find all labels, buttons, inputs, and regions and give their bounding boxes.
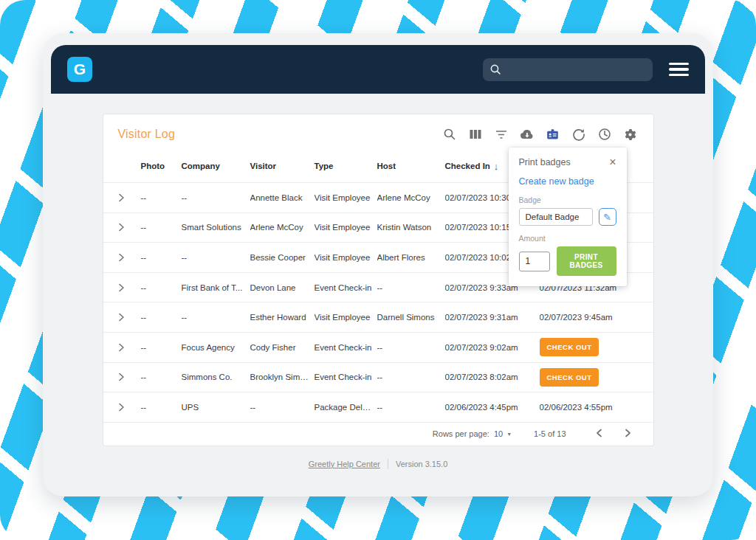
cell-checked-in: 02/06/2023 4:45pm xyxy=(445,403,540,412)
cell-company: Smart Solutions xyxy=(182,223,250,232)
table-toolbar xyxy=(441,126,639,142)
cell-photo: -- xyxy=(141,283,182,292)
table-row: -- UPS -- Package Delivery -- 02/06/2023… xyxy=(103,392,653,422)
cell-type: Event Check-in xyxy=(315,343,377,352)
cell-type: Visit Employee xyxy=(315,313,377,322)
cell-visitor: Brooklyn Simmons xyxy=(250,373,315,381)
edit-badge-button[interactable]: ✎ xyxy=(599,208,616,226)
cell-host: Darnell Simons xyxy=(377,313,445,322)
expand-row-button[interactable] xyxy=(118,373,141,381)
cell-type: Visit Employee xyxy=(315,223,377,232)
main-content: Visitor Log PhotoCompanyVisitorTypeHostC… xyxy=(43,94,713,469)
expand-row-button[interactable] xyxy=(118,283,141,292)
cell-photo: -- xyxy=(141,253,182,262)
cloud-download-icon[interactable] xyxy=(519,126,535,142)
cell-visitor: Devon Lane xyxy=(250,283,315,292)
pagination-range: 1-5 of 13 xyxy=(534,429,566,438)
cell-photo: -- xyxy=(141,313,182,322)
next-page-button[interactable] xyxy=(616,426,640,443)
print-badges-button[interactable]: PRINT BADGES xyxy=(557,246,616,276)
sort-descending-icon: ↓ xyxy=(494,161,499,172)
cell-type: Visit Employee xyxy=(315,253,377,262)
pagination-bar: Rows per page: 10 ▼ 1-5 of 13 xyxy=(103,422,653,446)
cell-company: Simmons Co. xyxy=(182,373,250,381)
refresh-icon[interactable] xyxy=(571,126,587,142)
app-window: G Visitor Log PhotoCompanyVisitorTypeHos… xyxy=(43,33,713,496)
cell-type: Visit Employee xyxy=(315,193,377,202)
print-badges-popup: Print badges × Create new badge Badge De… xyxy=(509,148,627,286)
expand-row-button[interactable] xyxy=(118,403,141,412)
print-badge-icon[interactable] xyxy=(545,126,561,142)
page-footer: Greetly Help Center Version 3.15.0 xyxy=(43,459,713,469)
cell-company: First Bank of T... xyxy=(182,283,250,292)
version-label: Version 3.15.0 xyxy=(396,460,447,468)
cell-checked-in: 02/07/2023 8:02am xyxy=(445,373,540,381)
cell-company: Focus Agency xyxy=(182,343,250,352)
cell-host: Arlene McCoy xyxy=(377,193,445,202)
cell-visitor: Annette Black xyxy=(250,193,315,202)
greetly-logo[interactable]: G xyxy=(67,57,92,82)
cell-host: -- xyxy=(377,343,445,352)
create-new-badge-link[interactable]: Create new badge xyxy=(519,176,594,187)
badge-field-label: Badge xyxy=(519,195,616,204)
expand-row-button[interactable] xyxy=(118,253,141,262)
cell-type: Event Check-in xyxy=(315,373,377,381)
cell-photo: -- xyxy=(141,193,182,202)
cell-checked-out: CHECK OUT xyxy=(540,368,639,387)
rows-per-page-select[interactable]: 10 ▼ xyxy=(494,429,512,438)
check-out-button[interactable]: CHECK OUT xyxy=(540,338,599,356)
close-icon[interactable]: × xyxy=(609,156,616,168)
cell-host: Albert Flores xyxy=(377,253,445,262)
pencil-icon: ✎ xyxy=(603,212,611,223)
expand-row-button[interactable] xyxy=(118,193,141,202)
cell-company: -- xyxy=(182,253,250,262)
rows-per-page-label: Rows per page: xyxy=(433,429,489,438)
settings-gear-icon[interactable] xyxy=(622,126,639,142)
columns-icon[interactable] xyxy=(467,126,484,142)
check-out-button[interactable]: CHECK OUT xyxy=(540,368,599,387)
global-search-input[interactable] xyxy=(483,58,653,81)
previous-page-button[interactable] xyxy=(587,426,611,443)
amount-field-label: Amount xyxy=(519,234,616,243)
cell-host: -- xyxy=(377,403,445,412)
history-clock-icon[interactable] xyxy=(597,126,613,142)
search-icon xyxy=(489,63,502,76)
cell-type: Event Check-in xyxy=(315,283,377,292)
table-row: -- Focus Agency Cody Fisher Event Check-… xyxy=(103,332,653,362)
cell-visitor: Arlene McCoy xyxy=(250,223,315,232)
cell-company: -- xyxy=(182,313,250,322)
expand-row-button[interactable] xyxy=(118,223,141,232)
cell-checked-out: 02/07/2023 9:45am xyxy=(540,313,639,322)
column-header-photo[interactable]: Photo xyxy=(141,162,182,170)
cell-photo: -- xyxy=(141,223,182,232)
cell-type: Package Delivery xyxy=(315,403,377,412)
cell-visitor: Esther Howard xyxy=(250,313,315,322)
rows-per-page-value: 10 xyxy=(494,429,503,438)
expand-row-button[interactable] xyxy=(118,313,141,322)
filter-icon[interactable] xyxy=(493,126,509,142)
cell-visitor: -- xyxy=(250,403,315,412)
footer-divider xyxy=(388,459,388,469)
cell-visitor: Bessie Cooper xyxy=(250,253,315,262)
column-header-host[interactable]: Host xyxy=(377,162,445,170)
search-icon[interactable] xyxy=(441,126,458,142)
expand-row-button[interactable] xyxy=(118,343,141,352)
cell-company: -- xyxy=(182,193,250,202)
table-row: -- Simmons Co. Brooklyn Simmons Event Ch… xyxy=(103,362,653,392)
visitor-log-card: Visitor Log PhotoCompanyVisitorTypeHostC… xyxy=(103,114,654,446)
column-header-visitor[interactable]: Visitor xyxy=(250,162,315,170)
popup-title: Print badges xyxy=(519,157,571,167)
column-header-company[interactable]: Company xyxy=(182,162,250,170)
app-bar: G xyxy=(51,45,705,94)
page-title: Visitor Log xyxy=(118,128,176,141)
amount-input[interactable] xyxy=(519,252,550,271)
cell-visitor: Cody Fisher xyxy=(250,343,315,352)
cell-checked-out: CHECK OUT xyxy=(540,338,639,356)
menu-button[interactable] xyxy=(669,60,689,80)
cell-checked-out: 02/06/2023 4:55pm xyxy=(540,403,639,412)
help-center-link[interactable]: Greetly Help Center xyxy=(309,460,380,468)
cell-host: -- xyxy=(377,283,445,292)
column-header-type[interactable]: Type xyxy=(315,162,377,170)
card-header: Visitor Log xyxy=(103,114,653,150)
badge-select[interactable]: Default Badge xyxy=(519,208,593,226)
